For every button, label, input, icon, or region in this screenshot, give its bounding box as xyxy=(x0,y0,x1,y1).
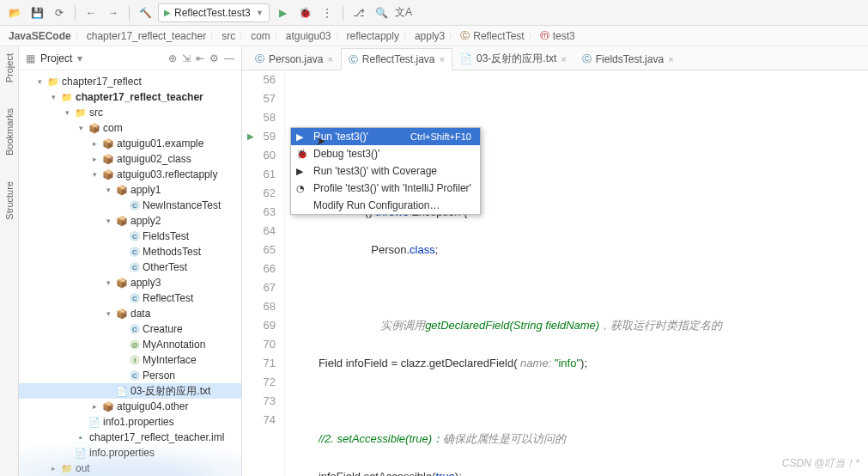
close-icon[interactable]: × xyxy=(561,54,566,64)
tree-node[interactable]: 📄info1.properties xyxy=(19,414,241,430)
translate-icon[interactable]: 文A xyxy=(394,3,413,22)
run-configuration-selector[interactable]: ▶ ReflectTest.test3 ▼ xyxy=(158,3,270,22)
crumb[interactable]: src xyxy=(222,30,235,42)
code-line: 实例调用getDeclaredField(String fieldName)，获… xyxy=(294,316,868,335)
separator xyxy=(343,5,343,21)
crumb[interactable]: reflectapply xyxy=(347,30,399,42)
class-icon: C xyxy=(130,324,140,334)
tree-node[interactable]: ▾📦apply3 xyxy=(19,275,241,290)
text-file-icon: 📄 xyxy=(116,386,128,397)
tree-node[interactable]: ▾📦apply2 xyxy=(19,213,241,229)
code-line: Person.class; xyxy=(294,241,868,259)
tree-node[interactable]: ▸📦atguigu02_class xyxy=(19,151,241,167)
editor-tab[interactable]: ⒸReflectTest.java× xyxy=(341,48,452,70)
class-icon: C xyxy=(130,293,140,303)
hide-icon[interactable]: — xyxy=(224,52,234,64)
ctx-run[interactable]: ▶Run 'test3()'Ctrl+Shift+F10 xyxy=(291,128,480,145)
editor-tab[interactable]: ⒸPerson.java× xyxy=(247,47,341,70)
select-opened-icon[interactable]: ⊕ xyxy=(168,52,177,64)
tree-node[interactable]: IMyInterface xyxy=(19,352,241,368)
crumb[interactable]: JavaSECode xyxy=(9,30,71,42)
collapse-icon[interactable]: ⇤ xyxy=(196,52,204,64)
tree-node[interactable]: ▾📦com xyxy=(19,120,241,136)
crumb[interactable]: ⓜtest3 xyxy=(540,29,575,42)
tree-node[interactable]: CCreature xyxy=(19,321,241,337)
tree-node[interactable]: 📄info.properties xyxy=(19,445,241,461)
interface-icon: I xyxy=(130,355,140,365)
left-tool-window-bar: Project Bookmarks Structure xyxy=(0,46,19,476)
tree-node[interactable]: @MyAnnotation xyxy=(19,337,241,352)
editor-tabs: ⒸPerson.java× ⒸReflectTest.java× 📄03-反射的… xyxy=(242,46,868,70)
refresh-icon[interactable]: ⟳ xyxy=(50,3,69,22)
tree-node[interactable]: ▸📦atguigu01.example xyxy=(19,136,241,151)
build-icon[interactable]: 🔨 xyxy=(136,3,155,22)
git-icon[interactable]: ⎇ xyxy=(349,3,368,22)
tree-node[interactable]: ▾📦atguigu03.reflectapply xyxy=(19,167,241,182)
forward-icon[interactable]: → xyxy=(104,3,123,22)
crumb[interactable]: chapter17_reflect_teacher xyxy=(87,30,206,42)
tree-node[interactable]: COtherTest xyxy=(19,259,241,275)
separator xyxy=(75,5,76,21)
crumb[interactable]: ⒸReflectTest xyxy=(460,29,524,42)
close-icon[interactable]: × xyxy=(440,54,445,64)
tree-node[interactable]: ▸📁out xyxy=(19,461,241,476)
tree-node[interactable]: ▸📦atguigu04.other xyxy=(19,399,241,414)
run-button[interactable]: ▶ xyxy=(273,3,292,22)
gear-icon[interactable]: ⚙ xyxy=(209,52,219,64)
project-tool-tab[interactable]: Project xyxy=(4,53,15,82)
tree-node[interactable]: CMethodsTest xyxy=(19,244,241,259)
save-icon[interactable]: 💾 xyxy=(27,3,46,22)
main-toolbar: 📂 💾 ⟳ ← → 🔨 ▶ ReflectTest.test3 ▼ ▶ 🐞 ⋮ … xyxy=(0,0,868,26)
more-run-icon[interactable]: ⋮ xyxy=(318,3,337,22)
project-icon: ▦ xyxy=(26,52,35,64)
tree-node[interactable]: 📄03-反射的应用.txt xyxy=(19,383,241,399)
crumb[interactable]: com xyxy=(251,30,270,42)
bug-icon: 🐞 xyxy=(296,149,308,160)
crumb[interactable]: apply3 xyxy=(415,30,445,42)
back-icon[interactable]: ← xyxy=(82,3,100,22)
properties-file-icon: 📄 xyxy=(88,417,100,428)
close-icon[interactable]: × xyxy=(668,54,673,64)
tree-node[interactable]: CReflectTest xyxy=(19,290,241,306)
code-line: Field infoField = clazz.getDeclaredField… xyxy=(294,354,868,373)
play-icon: ▶ xyxy=(164,8,171,17)
close-icon[interactable]: × xyxy=(327,54,332,64)
chevron-down-icon[interactable]: ▾ xyxy=(77,52,82,64)
editor-tab[interactable]: ⒸFieldsTest.java× xyxy=(574,47,682,70)
chevron-down-icon: ▼ xyxy=(256,9,264,17)
tree-node[interactable]: ▾📁chapter17_reflect_teacher xyxy=(19,89,241,105)
editor-area: ⒸPerson.java× ⒸReflectTest.java× 📄03-反射的… xyxy=(242,46,868,476)
search-icon[interactable]: 🔍 xyxy=(372,3,391,22)
code-line xyxy=(294,278,868,297)
expand-icon[interactable]: ⇲ xyxy=(182,52,191,64)
project-tree[interactable]: ▾📁chapter17_reflect ▾📁chapter17_reflect_… xyxy=(19,70,241,476)
ctx-modify[interactable]: Modify Run Configuration… xyxy=(291,197,480,214)
structure-tool-tab[interactable]: Structure xyxy=(4,181,15,220)
class-icon: C xyxy=(130,231,140,241)
open-icon[interactable]: 📂 xyxy=(5,3,24,22)
tree-node[interactable]: CNewInstanceTest xyxy=(19,198,241,213)
tree-node[interactable]: ▾📦data xyxy=(19,306,241,321)
watermark: CSDN @叮当！* xyxy=(782,456,859,471)
run-config-label: ReflectTest.test3 xyxy=(174,7,251,19)
navigation-breadcrumb: JavaSECode〉 chapter17_reflect_teacher〉 s… xyxy=(0,26,868,46)
ctx-coverage[interactable]: ▶Run 'test3()' with Coverage xyxy=(291,162,480,180)
tree-node[interactable]: ▾📁chapter17_reflect xyxy=(19,74,241,89)
tree-node[interactable]: ▾📦apply1 xyxy=(19,182,241,198)
debug-button[interactable]: 🐞 xyxy=(295,3,314,22)
tree-node[interactable]: ▪chapter17_reflect_teacher.iml xyxy=(19,430,241,445)
ctx-debug[interactable]: 🐞Debug 'test3()' xyxy=(291,145,480,162)
editor-tab[interactable]: 📄03-反射的应用.txt× xyxy=(452,47,574,70)
code-line xyxy=(294,392,868,411)
tree-node[interactable]: ▾📁src xyxy=(19,105,241,120)
run-gutter-icon[interactable]: ▶ xyxy=(247,127,254,146)
iml-file-icon: ▪ xyxy=(75,432,87,442)
tree-node[interactable]: CPerson xyxy=(19,368,241,383)
tree-node[interactable]: CFieldsTest xyxy=(19,229,241,244)
bookmarks-tool-tab[interactable]: Bookmarks xyxy=(4,108,15,156)
class-icon: C xyxy=(130,262,140,272)
profile-icon: ◔ xyxy=(296,183,308,194)
code-line: //2. setAccessible(true)：确保此属性是可以访问的 xyxy=(294,430,868,449)
crumb[interactable]: atguigu03 xyxy=(286,30,331,42)
ctx-profile[interactable]: ◔Profile 'test3()' with 'IntelliJ Profil… xyxy=(291,180,480,197)
